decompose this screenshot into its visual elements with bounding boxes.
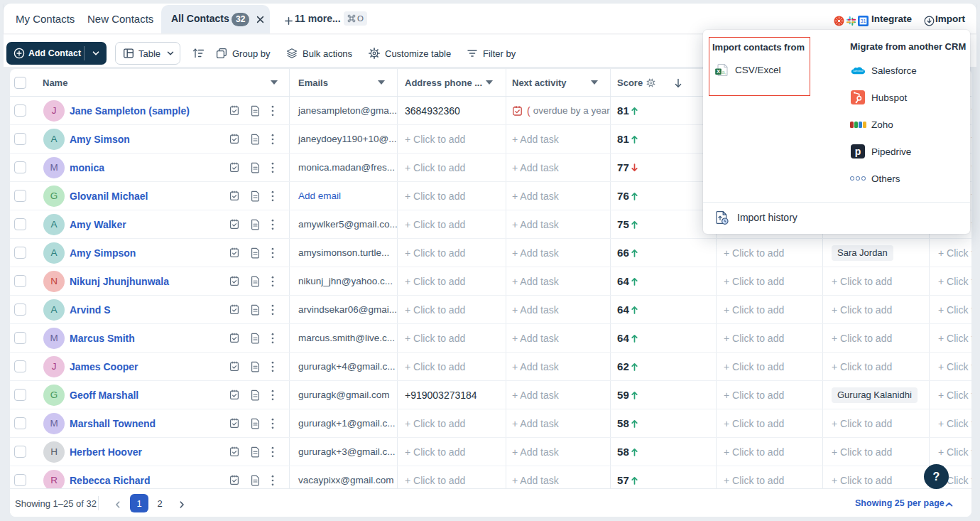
svg-text:31: 31 [861, 18, 866, 23]
svg-text:X: X [717, 68, 721, 75]
svg-text:a,: a, [722, 69, 726, 75]
svg-text:salesforce: salesforce [853, 70, 864, 72]
